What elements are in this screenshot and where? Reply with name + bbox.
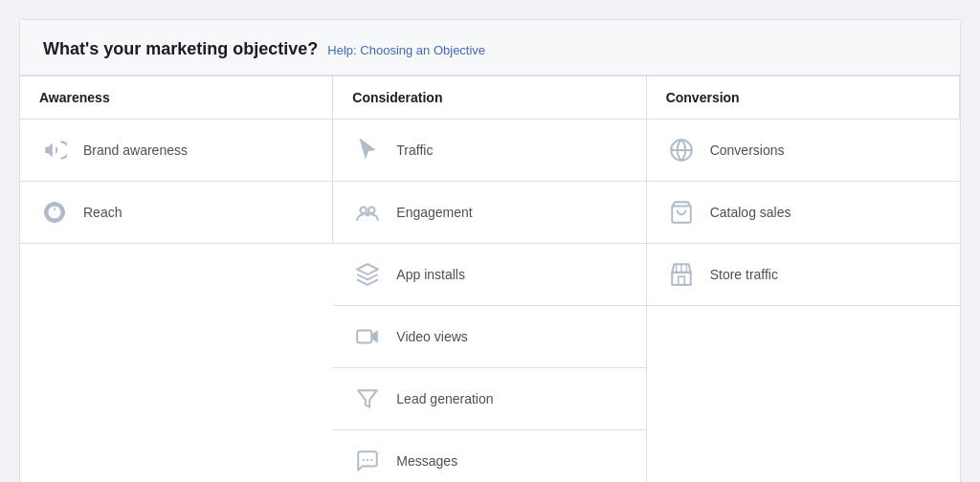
box-icon xyxy=(352,259,383,290)
svg-point-4 xyxy=(361,208,368,214)
megaphone-icon xyxy=(39,135,70,165)
svg-rect-7 xyxy=(357,331,371,343)
reach-label: Reach xyxy=(83,205,122,220)
conversion-column: Conversion Conversions xyxy=(647,77,960,482)
traffic-item[interactable]: Traffic xyxy=(333,120,646,182)
message-icon xyxy=(352,446,383,476)
app-installs-label: App installs xyxy=(396,267,465,282)
video-icon xyxy=(352,321,383,352)
lead-generation-item[interactable]: Lead generation xyxy=(333,368,646,430)
engagement-icon xyxy=(352,197,383,228)
awareness-column: Awareness Brand awareness xyxy=(20,77,333,482)
brand-awareness-label: Brand awareness xyxy=(83,142,188,158)
store-traffic-item[interactable]: Store traffic xyxy=(647,244,960,306)
engagement-item[interactable]: Engagement xyxy=(333,182,646,244)
catalog-sales-item[interactable]: Catalog sales xyxy=(647,182,960,244)
reach-item[interactable]: Reach xyxy=(20,182,333,244)
catalog-sales-label: Catalog sales xyxy=(710,205,791,220)
conversions-item[interactable]: Conversions xyxy=(647,120,960,182)
lead-generation-label: Lead generation xyxy=(396,391,493,406)
messages-label: Messages xyxy=(396,453,457,469)
conversions-label: Conversions xyxy=(710,142,785,158)
help-link[interactable]: Help: Choosing an Objective xyxy=(327,43,485,57)
svg-point-6 xyxy=(366,212,369,216)
page-header: What's your marketing objective? Help: C… xyxy=(20,20,960,76)
objectives-grid: Awareness Brand awareness xyxy=(20,76,960,482)
conversion-header: Conversion xyxy=(647,77,960,120)
cart-icon xyxy=(666,197,697,228)
cursor-icon xyxy=(352,135,383,165)
video-views-label: Video views xyxy=(396,329,467,344)
messages-item[interactable]: Messages xyxy=(333,430,646,482)
traffic-label: Traffic xyxy=(396,142,433,158)
filter-icon xyxy=(352,383,383,414)
conversion-spacer xyxy=(647,306,960,482)
app-installs-item[interactable]: App installs xyxy=(333,244,646,306)
engagement-label: Engagement xyxy=(396,205,472,220)
svg-point-9 xyxy=(367,459,368,461)
consideration-column: Consideration Traffic xyxy=(333,77,646,482)
store-traffic-label: Store traffic xyxy=(710,267,778,282)
store-icon xyxy=(666,259,697,290)
globe-icon xyxy=(666,135,697,165)
marketing-objective-panel: What's your marketing objective? Help: C… xyxy=(19,19,961,482)
awareness-spacer xyxy=(20,244,333,482)
awareness-header: Awareness xyxy=(20,77,333,120)
video-views-item[interactable]: Video views xyxy=(333,306,646,368)
svg-point-10 xyxy=(371,459,373,461)
svg-point-5 xyxy=(368,208,375,214)
reach-icon xyxy=(39,197,70,228)
consideration-header: Consideration xyxy=(333,77,646,120)
page-title: What's your marketing objective? xyxy=(43,39,318,59)
svg-point-8 xyxy=(363,459,365,461)
svg-rect-13 xyxy=(672,273,691,285)
brand-awareness-item[interactable]: Brand awareness xyxy=(20,120,333,182)
svg-rect-14 xyxy=(678,276,684,285)
